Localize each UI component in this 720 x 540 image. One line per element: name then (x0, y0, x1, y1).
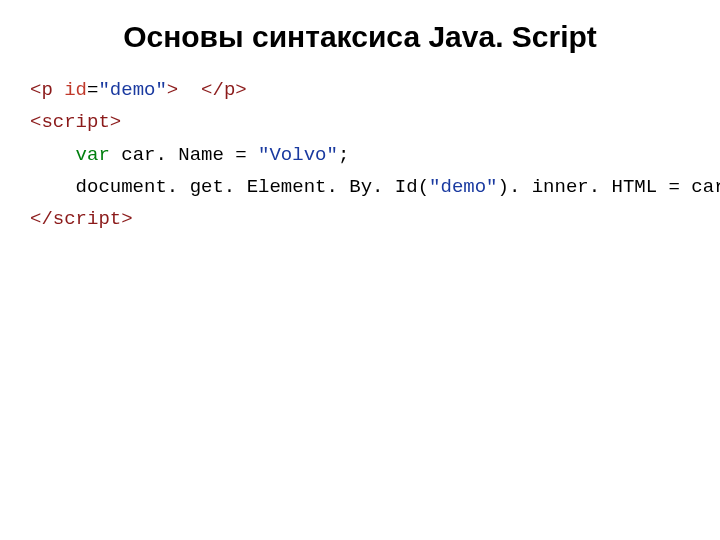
attr-val: "demo" (98, 79, 166, 101)
tag-p-close: </p> (201, 79, 247, 101)
txt: car. Name = (110, 144, 258, 166)
attr: id (53, 79, 87, 101)
slide: Основы синтаксиса Java. Script <p id="de… (0, 0, 720, 540)
tag-script-open: <script> (30, 111, 121, 133)
sp (178, 79, 201, 101)
txt: ). inner. HTML = car. Name; (498, 176, 721, 198)
tag-script-close: </scr (30, 208, 87, 230)
semi: ; (338, 144, 349, 166)
txt: document. get. Element. By. Id( (76, 176, 429, 198)
tag-open: <p (30, 79, 53, 101)
kw-var: var (76, 144, 110, 166)
eq: = (87, 79, 98, 101)
code-block: <p id="demo"> </p> <script> var car. Nam… (30, 74, 690, 235)
tag-script-close2: ipt> (87, 208, 133, 230)
slide-title: Основы синтаксиса Java. Script (30, 20, 690, 54)
str: "demo" (429, 176, 497, 198)
indent (30, 144, 76, 166)
str: "Volvo" (258, 144, 338, 166)
tag-close: > (167, 79, 178, 101)
indent (30, 176, 76, 198)
